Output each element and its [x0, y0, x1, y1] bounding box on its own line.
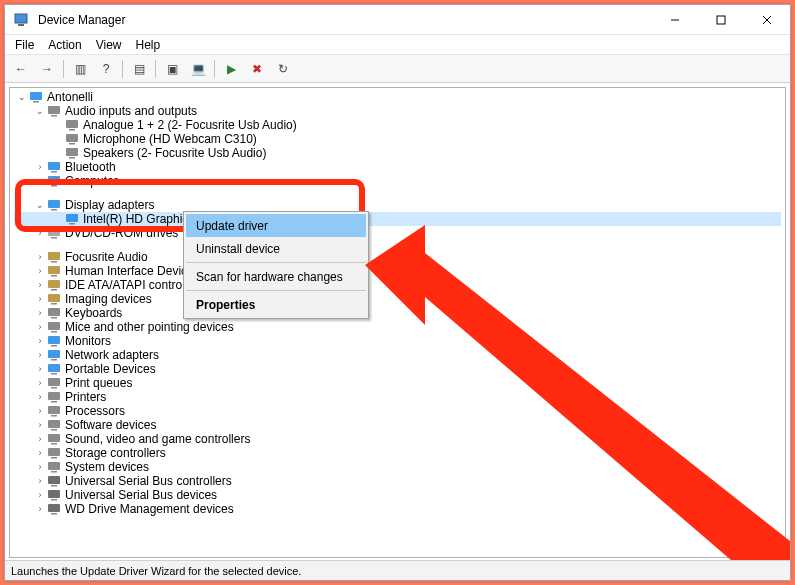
tree-device[interactable]: Speakers (2- Focusrite Usb Audio) — [14, 146, 781, 160]
context-menu-item[interactable]: Scan for hardware changes — [186, 265, 366, 288]
tree-item-label: Mice and other pointing devices — [65, 320, 234, 334]
tree-item-label: Network adapters — [65, 348, 159, 362]
tree-device[interactable]: Intel(R) HD Graphics 4600 — [14, 212, 781, 226]
tree-category[interactable]: ›Portable Devices — [14, 362, 781, 376]
svg-rect-12 — [66, 134, 78, 142]
tree-root[interactable]: ⌄Antonelli — [14, 90, 781, 104]
svg-rect-20 — [48, 200, 60, 208]
chevron-right-icon[interactable]: › — [34, 502, 46, 516]
menu-file[interactable]: File — [9, 37, 40, 53]
tree-category[interactable]: ⌄Audio inputs and outputs — [14, 104, 781, 118]
chevron-right-icon[interactable]: › — [34, 292, 46, 306]
tree-category[interactable]: ›Network adapters — [14, 348, 781, 362]
imaging-icon — [46, 292, 62, 306]
uninstall-icon[interactable]: ✖ — [245, 58, 269, 80]
chevron-right-icon[interactable]: › — [34, 404, 46, 418]
computer-icon — [46, 174, 62, 188]
tree-category[interactable]: ›DVD/CD-ROM drives — [14, 226, 781, 240]
menu-view[interactable]: View — [90, 37, 128, 53]
menu-action[interactable]: Action — [42, 37, 87, 53]
tree-spacer — [14, 240, 781, 250]
chevron-right-icon[interactable]: › — [34, 264, 46, 278]
printqueue-icon — [46, 376, 62, 390]
tree-category[interactable]: ›Computer — [14, 174, 781, 188]
menu-help[interactable]: Help — [130, 37, 167, 53]
tree-category[interactable]: ›Software devices — [14, 418, 781, 432]
tree-category[interactable]: ›IDE ATA/ATAPI controllers — [14, 278, 781, 292]
tree-category[interactable]: ›Print queues — [14, 376, 781, 390]
maximize-button[interactable] — [698, 5, 744, 34]
chevron-right-icon[interactable]: › — [34, 376, 46, 390]
chevron-right-icon[interactable]: › — [34, 320, 46, 334]
storage-icon — [46, 446, 62, 460]
tree-category[interactable]: ›Bluetooth — [14, 160, 781, 174]
chevron-right-icon[interactable]: › — [34, 432, 46, 446]
chevron-right-icon[interactable]: › — [34, 174, 46, 188]
tree-category[interactable]: ›System devices — [14, 460, 781, 474]
chevron-right-icon[interactable]: › — [34, 460, 46, 474]
tree-category[interactable]: ›WD Drive Management devices — [14, 502, 781, 516]
tree-category[interactable]: ›Storage controllers — [14, 446, 781, 460]
tree-category[interactable]: ›Printers — [14, 390, 781, 404]
context-menu-item[interactable]: Update driver — [186, 214, 366, 237]
svg-rect-58 — [48, 476, 60, 484]
tree-category[interactable]: ›Monitors — [14, 334, 781, 348]
properties-icon[interactable]: ▤ — [127, 58, 151, 80]
chevron-right-icon[interactable]: › — [34, 474, 46, 488]
svg-rect-42 — [48, 364, 60, 372]
svg-rect-47 — [51, 401, 57, 403]
tree-category[interactable]: ›Human Interface Devices — [14, 264, 781, 278]
chevron-right-icon[interactable]: › — [34, 306, 46, 320]
svg-rect-0 — [15, 14, 27, 23]
tree-item-label: WD Drive Management devices — [65, 502, 234, 516]
tree-category[interactable]: ⌄Display adapters — [14, 198, 781, 212]
minimize-button[interactable] — [652, 5, 698, 34]
svg-rect-36 — [48, 322, 60, 330]
tree-category[interactable]: ›Universal Serial Bus devices — [14, 488, 781, 502]
mouse-icon — [46, 320, 62, 334]
close-button[interactable] — [744, 5, 790, 34]
tree-category[interactable]: ›Universal Serial Bus controllers — [14, 474, 781, 488]
svg-rect-13 — [69, 143, 75, 145]
chevron-right-icon[interactable]: › — [34, 446, 46, 460]
svg-rect-30 — [48, 280, 60, 288]
back-icon[interactable]: ← — [9, 58, 33, 80]
tree-item-label: Universal Serial Bus devices — [65, 488, 217, 502]
svg-rect-53 — [51, 443, 57, 445]
chevron-right-icon[interactable]: › — [34, 390, 46, 404]
chevron-right-icon[interactable]: › — [34, 418, 46, 432]
context-menu-item[interactable]: Uninstall device — [186, 237, 366, 260]
tree-device[interactable]: Analogue 1 + 2 (2- Focusrite Usb Audio) — [14, 118, 781, 132]
show-hide-console-tree-icon[interactable]: ▥ — [68, 58, 92, 80]
forward-icon[interactable]: → — [35, 58, 59, 80]
chevron-right-icon[interactable]: › — [34, 278, 46, 292]
chevron-right-icon[interactable]: › — [34, 334, 46, 348]
tree-category[interactable]: ›Focusrite Audio — [14, 250, 781, 264]
chevron-right-icon[interactable]: › — [34, 250, 46, 264]
context-menu-item[interactable]: Properties — [186, 293, 366, 316]
scan-hardware-icon[interactable]: 💻 — [186, 58, 210, 80]
tree-category[interactable]: ›Processors — [14, 404, 781, 418]
chevron-down-icon[interactable]: ⌄ — [16, 90, 28, 104]
chevron-right-icon[interactable]: › — [34, 362, 46, 376]
chevron-down-icon[interactable]: ⌄ — [34, 104, 46, 118]
toolbar-separator — [122, 60, 123, 78]
tree-item-label: Software devices — [65, 418, 156, 432]
chevron-right-icon[interactable]: › — [34, 488, 46, 502]
enable-icon[interactable]: ▶ — [219, 58, 243, 80]
device-tree[interactable]: ⌄Antonelli⌄Audio inputs and outputsAnalo… — [9, 87, 786, 558]
tree-category[interactable]: ›Mice and other pointing devices — [14, 320, 781, 334]
chevron-right-icon[interactable]: › — [34, 348, 46, 362]
chevron-right-icon[interactable]: › — [34, 226, 46, 240]
chevron-down-icon[interactable]: ⌄ — [34, 198, 46, 212]
update-driver-icon[interactable]: ▣ — [160, 58, 184, 80]
add-legacy-icon[interactable]: ↻ — [271, 58, 295, 80]
help-icon[interactable]: ? — [94, 58, 118, 80]
svg-rect-7 — [33, 101, 39, 103]
tree-category[interactable]: ›Keyboards — [14, 306, 781, 320]
svg-rect-17 — [51, 171, 57, 173]
tree-category[interactable]: ›Imaging devices — [14, 292, 781, 306]
tree-device[interactable]: Microphone (HD Webcam C310) — [14, 132, 781, 146]
tree-category[interactable]: ›Sound, video and game controllers — [14, 432, 781, 446]
chevron-right-icon[interactable]: › — [34, 160, 46, 174]
